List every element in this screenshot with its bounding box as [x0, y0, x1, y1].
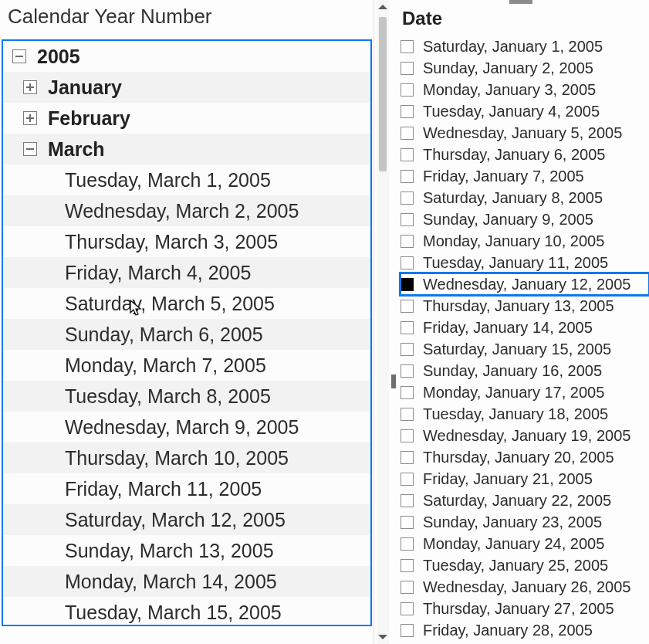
tree-label: Friday, March 11, 2005 — [65, 478, 262, 500]
checkbox[interactable] — [401, 127, 414, 140]
tree-row-day[interactable]: Monday, March 7, 2005 — [3, 350, 370, 381]
scroll-handle[interactable] — [391, 375, 396, 388]
checkbox[interactable] — [401, 148, 414, 161]
checkbox[interactable] — [401, 256, 414, 269]
tree-label: March — [48, 138, 105, 161]
date-row[interactable]: Friday, January 21, 2005 — [401, 468, 649, 490]
date-row[interactable]: Tuesday, January 18, 2005 — [401, 403, 649, 425]
date-row[interactable]: Sunday, January 16, 2005 — [401, 360, 649, 381]
tree-row-day[interactable]: Tuesday, March 15, 2005 — [3, 597, 370, 625]
date-row[interactable]: Monday, January 3, 2005 — [401, 79, 649, 100]
checkbox[interactable] — [401, 581, 414, 594]
resize-handle-top[interactable] — [509, 0, 532, 4]
calendar-tree[interactable]: 2005JanuaryFebruaryMarchTuesday, March 1… — [2, 39, 372, 626]
checkbox[interactable] — [401, 624, 414, 637]
checkbox[interactable] — [401, 213, 414, 226]
date-row[interactable]: Sunday, January 9, 2005 — [401, 208, 649, 230]
checkbox[interactable] — [401, 40, 414, 53]
left-scrollbar[interactable] — [377, 0, 389, 644]
plus-icon[interactable] — [23, 111, 37, 125]
left-title: Calendar Year Number — [0, 0, 374, 39]
date-row[interactable]: Thursday, January 27, 2005 — [401, 598, 649, 619]
date-row[interactable]: Saturday, January 22, 2005 — [401, 490, 649, 511]
scroll-down-icon[interactable] — [378, 635, 387, 639]
checkbox[interactable] — [401, 321, 414, 334]
checkbox[interactable] — [401, 343, 414, 356]
tree-row-day[interactable]: Thursday, March 10, 2005 — [3, 442, 370, 473]
tree-row-month[interactable]: January — [3, 72, 370, 103]
checkbox[interactable] — [401, 559, 414, 572]
tree-row-day[interactable]: Tuesday, March 8, 2005 — [3, 381, 370, 412]
scroll-up-icon[interactable] — [378, 5, 387, 9]
tree-row-month[interactable]: March — [3, 134, 370, 164]
scrollbar-thumb[interactable] — [379, 17, 387, 171]
minus-icon[interactable] — [23, 142, 37, 156]
checkbox[interactable] — [401, 429, 414, 442]
tree-row-day[interactable]: Thursday, March 3, 2005 — [3, 226, 370, 257]
checkbox[interactable] — [401, 494, 414, 507]
date-row[interactable]: Sunday, January 23, 2005 — [401, 511, 649, 533]
tree-row-day[interactable]: Friday, March 11, 2005 — [3, 473, 370, 504]
date-row[interactable]: Monday, January 24, 2005 — [401, 533, 649, 554]
checkbox[interactable] — [401, 473, 414, 486]
tree-label: Saturday, March 5, 2005 — [65, 293, 275, 315]
tree-scroll[interactable]: 2005JanuaryFebruaryMarchTuesday, March 1… — [3, 41, 370, 625]
checkbox[interactable] — [401, 192, 414, 205]
tree-row-day[interactable]: Wednesday, March 2, 2005 — [3, 195, 370, 226]
checkbox[interactable] — [401, 408, 414, 421]
checkbox[interactable] — [401, 300, 414, 313]
date-row[interactable]: Wednesday, January 19, 2005 — [401, 425, 649, 446]
tree-label: Thursday, March 3, 2005 — [65, 231, 278, 253]
date-row[interactable]: Tuesday, January 4, 2005 — [401, 100, 649, 122]
tree-row-day[interactable]: Sunday, March 13, 2005 — [3, 535, 370, 566]
tree-row-day[interactable]: Saturday, March 5, 2005 — [3, 288, 370, 319]
tree-row-month[interactable]: February — [3, 103, 370, 134]
minus-icon[interactable] — [12, 49, 26, 63]
tree-row-day[interactable]: Saturday, March 12, 2005 — [3, 504, 370, 535]
checkbox[interactable] — [401, 537, 414, 551]
checkbox[interactable] — [401, 170, 414, 183]
date-row[interactable]: Friday, January 28, 2005 — [401, 619, 649, 641]
plus-icon[interactable] — [23, 80, 37, 94]
date-row[interactable]: Monday, January 10, 2005 — [401, 230, 649, 252]
tree-row-year[interactable]: 2005 — [3, 41, 370, 72]
tree-label: Wednesday, March 2, 2005 — [65, 200, 299, 222]
tree-label: 2005 — [37, 46, 80, 68]
date-row[interactable]: Wednesday, January 26, 2005 — [401, 576, 649, 598]
checkbox[interactable] — [401, 235, 414, 248]
date-row[interactable]: Wednesday, January 12, 2005 — [401, 273, 649, 295]
tree-row-day[interactable]: Monday, March 14, 2005 — [3, 566, 370, 597]
date-row[interactable]: Wednesday, January 5, 2005 — [401, 122, 649, 144]
date-row[interactable]: Thursday, January 20, 2005 — [401, 446, 649, 468]
date-label: Sunday, January 9, 2005 — [423, 211, 593, 229]
date-row[interactable]: Thursday, January 6, 2005 — [401, 144, 649, 165]
date-row[interactable]: Sunday, January 2, 2005 — [401, 57, 649, 79]
date-row[interactable]: Saturday, January 1, 2005 — [401, 36, 649, 57]
checkbox[interactable] — [401, 83, 414, 97]
tree-row-day[interactable]: Sunday, March 6, 2005 — [3, 319, 370, 350]
tree-row-day[interactable]: Tuesday, March 1, 2005 — [3, 164, 370, 195]
checkbox[interactable] — [401, 516, 414, 529]
checkbox[interactable] — [401, 105, 414, 118]
date-row[interactable]: Friday, January 14, 2005 — [401, 317, 649, 338]
checkbox[interactable] — [401, 62, 414, 75]
date-row[interactable]: Saturday, January 8, 2005 — [401, 187, 649, 208]
tree-label: Tuesday, March 15, 2005 — [65, 602, 282, 624]
date-label: Thursday, January 20, 2005 — [423, 449, 614, 466]
checkbox[interactable] — [401, 386, 414, 399]
date-row[interactable]: Tuesday, January 25, 2005 — [401, 554, 649, 576]
date-row[interactable]: Saturday, January 15, 2005 — [401, 338, 649, 360]
tree-row-day[interactable]: Friday, March 4, 2005 — [3, 257, 370, 288]
date-row[interactable]: Tuesday, January 11, 2005 — [401, 252, 649, 273]
date-label: Friday, January 21, 2005 — [423, 470, 593, 488]
checkbox[interactable] — [401, 602, 414, 615]
checkbox[interactable] — [401, 364, 414, 378]
checkbox[interactable] — [401, 451, 414, 464]
date-label: Saturday, January 8, 2005 — [423, 189, 603, 207]
date-list[interactable]: Saturday, January 1, 2005Sunday, January… — [396, 36, 649, 641]
date-row[interactable]: Monday, January 17, 2005 — [401, 381, 649, 403]
date-row[interactable]: Friday, January 7, 2005 — [401, 165, 649, 187]
date-row[interactable]: Thursday, January 13, 2005 — [401, 295, 649, 317]
tree-row-day[interactable]: Wednesday, March 9, 2005 — [3, 412, 370, 442]
checkbox[interactable] — [401, 278, 414, 291]
